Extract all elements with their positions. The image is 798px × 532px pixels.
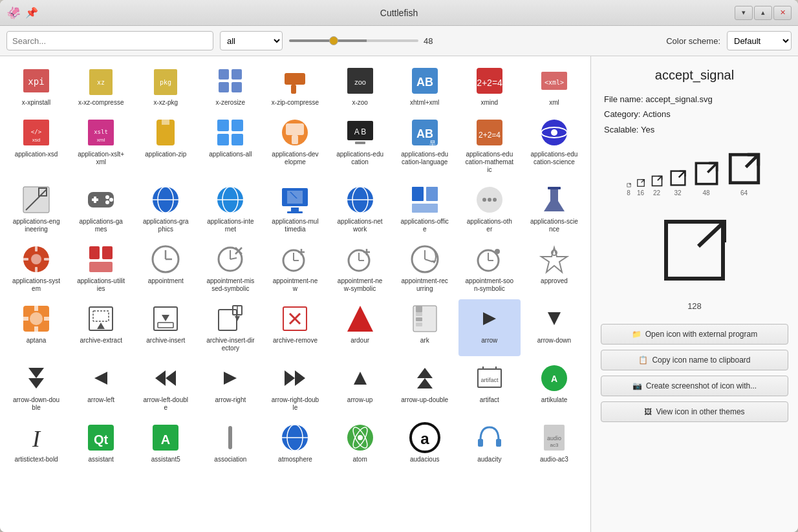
icon-item-appointment-soon-symbolic[interactable]: appointment-soon-symbolic	[458, 240, 521, 297]
icon-image-arrow-left	[85, 363, 116, 394]
action-btn-open-external[interactable]: 📁Open icon with external program	[601, 324, 788, 345]
close-button[interactable]: ✕	[773, 6, 792, 20]
accept-signal-large-svg	[653, 209, 736, 292]
icon-item-applications-utilities[interactable]: applications-utilities	[70, 240, 132, 297]
icon-item-applications-education-mathematic[interactable]: 2+2=4 applications-education-mathematic	[458, 113, 521, 178]
icon-item-audacity[interactable]: audacity	[458, 418, 521, 467]
icon-item-archive-insert-directory[interactable]: archive-insert-directory	[199, 299, 261, 356]
icon-item-arrow[interactable]: arrow	[458, 299, 521, 356]
size-slider[interactable]	[289, 39, 418, 42]
icon-item-x-xpinstall[interactable]: xpi x-xpinstall	[5, 61, 67, 111]
search-input[interactable]	[6, 31, 213, 50]
icon-item-arrow-left[interactable]: arrow-left	[70, 359, 132, 416]
icon-item-artistictext-bold[interactable]: I artistictext-bold	[5, 418, 67, 467]
icon-image-archive-remove	[279, 303, 310, 334]
icon-item-x-zoo[interactable]: zoo x-zoo	[329, 61, 391, 111]
icon-label-arrow-right: arrow-right	[215, 396, 246, 404]
maximize-button[interactable]: ▴	[754, 6, 772, 20]
icon-item-xmind[interactable]: 2+2=4 xmind	[458, 61, 521, 111]
icon-item-arrow-right-double[interactable]: arrow-right-double	[264, 359, 326, 416]
icon-item-atmosphere[interactable]: atmosphere	[264, 418, 326, 467]
icon-image-association	[215, 422, 246, 453]
icon-item-appointment-missed-symbolic[interactable]: appointment-missed-symbolic	[199, 240, 261, 297]
icon-item-x-zip-compresse[interactable]: x-zip-compresse	[264, 61, 326, 111]
icon-label-applications-office: applications-office	[400, 218, 449, 233]
icon-item-arrow-up[interactable]: arrow-up	[329, 359, 391, 416]
action-btn-other-themes[interactable]: 🖼View icon in other themes	[601, 401, 788, 422]
icon-item-applications-graphics[interactable]: applications-graphics	[135, 180, 197, 237]
icon-item-x-xz-pkg[interactable]: pkg x-xz-pkg	[135, 61, 197, 111]
icon-item-application-xslt+xml[interactable]: xsltxml application-xslt+xml	[70, 113, 132, 178]
icon-item-archive-remove[interactable]: archive-remove	[264, 299, 326, 356]
icon-item-xml[interactable]: <xml> xml	[523, 61, 585, 111]
icon-item-applications-system[interactable]: applications-system	[5, 240, 67, 297]
icon-image-applications-games	[85, 184, 116, 215]
icon-item-appointment-new[interactable]: appointment-new	[264, 240, 326, 297]
size-preview-64: 64	[726, 150, 763, 197]
icon-label-application-xslt+xml: application-xslt+xml	[77, 151, 125, 166]
icon-item-assistant5[interactable]: A assistant5	[135, 418, 197, 467]
icon-item-applications-multimedia[interactable]: applications-multimedia	[264, 180, 326, 237]
svg-marker-141	[28, 368, 44, 378]
icon-label-artifact: artifact	[480, 396, 499, 404]
icon-item-applications-education[interactable]: A B applications-education	[329, 113, 391, 178]
icon-item-ardour[interactable]: ardour	[329, 299, 391, 356]
size-icon-48	[693, 160, 720, 187]
icon-item-audio-ac3[interactable]: audioac3 audio-ac3	[523, 418, 585, 467]
icon-item-applications-science[interactable]: applications-science	[523, 180, 585, 237]
icon-item-applications-office[interactable]: applications-office	[394, 180, 456, 237]
svg-marker-122	[97, 323, 105, 329]
icon-item-appointment[interactable]: appointment	[135, 240, 197, 297]
filter-select[interactable]: all actions apps categories devices embl…	[220, 31, 283, 50]
icon-item-applications-games[interactable]: applications-games	[70, 180, 132, 237]
color-scheme-select[interactable]: Default Light Dark	[727, 31, 792, 50]
minimize-button[interactable]: ▾	[735, 6, 753, 20]
icon-item-x-zerosize[interactable]: x-zerosize	[199, 61, 261, 111]
icon-item-arrow-right[interactable]: arrow-right	[199, 359, 261, 416]
icon-item-applications-all[interactable]: applications-all	[199, 113, 261, 178]
icon-image-x-xz-compresse: xz	[85, 65, 116, 96]
action-btn-copy-name[interactable]: 📋Copy icon name to clipboard	[601, 350, 788, 370]
icon-item-arrow-down-double[interactable]: arrow-down-double	[5, 359, 67, 416]
icon-item-appointment-recurring[interactable]: appointment-recurring	[394, 240, 456, 297]
svg-line-179	[629, 184, 630, 185]
icon-item-archive-insert[interactable]: archive-insert	[135, 299, 197, 356]
icon-item-arrow-down[interactable]: arrow-down	[523, 299, 585, 356]
icon-item-applications-engineering[interactable]: applications-engineering	[5, 180, 67, 237]
icon-item-applications-developme[interactable]: applications-developme	[264, 113, 326, 178]
icon-item-applications-education-science[interactable]: applications-education-science	[523, 113, 585, 178]
action-btn-screenshot[interactable]: 📷Create screenshot of icon with...	[601, 376, 788, 396]
pin-icon[interactable]: 📌	[25, 6, 39, 20]
icon-item-applications-internet[interactable]: applications-internet	[199, 180, 261, 237]
icon-item-application-xsd[interactable]: </>xsd application-xsd	[5, 113, 67, 178]
icon-item-applications-network[interactable]: applications-network	[329, 180, 391, 237]
icon-item-applications-education-language[interactable]: AB早 applications-education-language	[394, 113, 456, 178]
svg-marker-149	[354, 372, 367, 385]
icon-item-applications-other[interactable]: applications-other	[458, 180, 521, 237]
sizes-row: 8 16 22 32	[591, 144, 798, 199]
icon-item-audacious[interactable]: a audacious	[394, 418, 456, 467]
icon-label-arrow-up-double: arrow-up-double	[401, 396, 448, 404]
svg-text:</>: </>	[31, 129, 42, 135]
icon-item-xhtml+xml[interactable]: AB xhtml+xml	[394, 61, 456, 111]
icon-item-artikulate[interactable]: A artikulate	[523, 359, 585, 416]
icon-item-association[interactable]: association	[199, 418, 261, 467]
icon-item-approved[interactable]: approved	[523, 240, 585, 297]
svg-rect-37	[355, 142, 365, 144]
icon-item-ark[interactable]: ark	[394, 299, 456, 356]
icons-panel[interactable]: xpi x-xpinstall xz x-xz-compresse pkg x-…	[0, 56, 591, 532]
icon-item-arrow-up-double[interactable]: arrow-up-double	[394, 359, 456, 416]
icon-image-arrow-up-double	[409, 363, 440, 394]
icon-image-appointment-new	[279, 244, 310, 275]
icon-item-appointment-new-symbolic[interactable]: appointment-new-symbolic	[329, 240, 391, 297]
icon-item-archive-extract[interactable]: archive-extract	[70, 299, 132, 356]
icon-item-application-zip[interactable]: application-zip	[135, 113, 197, 178]
icon-item-x-xz-compresse[interactable]: xz x-xz-compresse	[70, 61, 132, 111]
icon-item-arrow-left-double[interactable]: arrow-left-double	[135, 359, 197, 416]
icon-item-artifact[interactable]: artifact artifact	[458, 359, 521, 416]
icon-item-atom[interactable]: atom	[329, 418, 391, 467]
icon-item-assistant[interactable]: Qt assistant	[70, 418, 132, 467]
icon-item-aptana[interactable]: aptana	[5, 299, 67, 356]
icon-label-applications-engineering: applications-engineering	[12, 218, 61, 233]
detail-icon-name: accept_signal	[591, 56, 798, 89]
